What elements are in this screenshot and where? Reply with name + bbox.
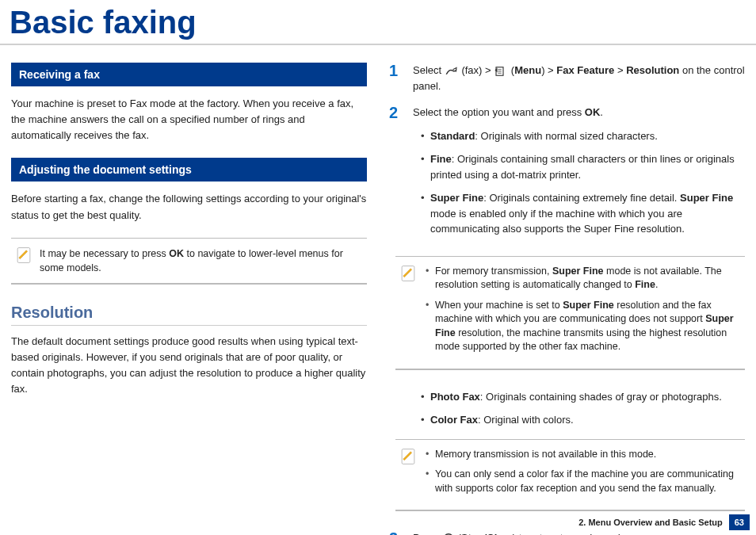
right-column: 1 Select (fax) > (Menu) > Fax Feature > … bbox=[389, 63, 745, 535]
page-title: Basic faxing bbox=[0, 0, 756, 45]
opt-fine-b: Fine bbox=[430, 153, 452, 165]
step2-t1: Select the option you want and press bbox=[413, 106, 585, 118]
subhead-resolution: Resolution bbox=[11, 304, 367, 326]
footer-chapter: 2. Menu Overview and Basic Setup bbox=[578, 518, 723, 527]
step3-tail: ) to return to ready mode. bbox=[513, 532, 629, 535]
n2i1-b2: Fine bbox=[635, 279, 655, 290]
note-colorfax: Memory transmission is not available in … bbox=[395, 439, 745, 512]
note1-bold: OK bbox=[169, 248, 184, 259]
stop-clear-icon bbox=[442, 533, 455, 535]
step-3-number: 3 bbox=[389, 530, 403, 535]
opt-pf-b: Photo Fax bbox=[430, 391, 480, 403]
step-3: 3 Press (Stop/Clear) to return to ready … bbox=[389, 530, 745, 535]
left-column: Receiving a fax Your machine is preset t… bbox=[11, 63, 367, 535]
step3-stopclear: Stop/Clear bbox=[461, 532, 513, 535]
step1-menu: Menu bbox=[514, 64, 541, 76]
opt-sf-r2: mode is enabled only if the machine with… bbox=[430, 208, 685, 235]
note3-item1: Memory transmission is not available in … bbox=[424, 448, 740, 462]
note-pencil-icon bbox=[400, 265, 416, 282]
step2-ok: OK bbox=[585, 106, 601, 118]
option-photo-fax: Photo Fax: Originals containing shades o… bbox=[413, 389, 745, 405]
receiving-fax-text: Your machine is preset to Fax mode at th… bbox=[11, 96, 367, 143]
n2i2-post: resolution, the machine transmits using … bbox=[435, 327, 727, 353]
opt-pf-rest: : Originals containing shades of gray or… bbox=[480, 391, 722, 403]
step-1-number: 1 bbox=[389, 63, 403, 78]
step2-dot: . bbox=[600, 106, 603, 118]
n2i2-pre: When your machine is set to bbox=[435, 300, 563, 311]
heading-adjust-settings: Adjusting the document settings bbox=[11, 158, 367, 182]
step2-options: Standard: Originals with normal sized ch… bbox=[413, 128, 745, 237]
option-fine: Fine: Originals containing small charact… bbox=[413, 151, 745, 182]
note-pencil-icon bbox=[16, 246, 32, 264]
note-press-ok: It may be necessary to press OK to navig… bbox=[11, 238, 367, 285]
resolution-text: The default document settings produce go… bbox=[11, 334, 367, 398]
step1-reso: Resolution bbox=[626, 64, 679, 76]
page-footer: 2. Menu Overview and Basic Setup 63 bbox=[578, 514, 750, 530]
heading-receiving-fax: Receiving a fax bbox=[11, 63, 367, 86]
opt-sf-b: Super Fine bbox=[430, 192, 483, 204]
page-number: 63 bbox=[729, 514, 750, 530]
step-2: 2 Select the option you want and press O… bbox=[389, 105, 745, 245]
fax-icon bbox=[445, 66, 459, 77]
note3-item2: You can only send a color fax if the mac… bbox=[424, 468, 740, 495]
note-superfine: For memory transmission, Super Fine mode… bbox=[395, 256, 745, 370]
note1-pre: It may be necessary to press bbox=[40, 248, 169, 259]
n2i2-b1: Super Fine bbox=[563, 300, 614, 311]
note2-item2: When your machine is set to Super Fine r… bbox=[424, 299, 740, 354]
adjust-settings-text: Before starting a fax, change the follow… bbox=[11, 191, 367, 223]
option-color-fax: Color Fax: Original with colors. bbox=[413, 412, 745, 428]
note2-item1: For memory transmission, Super Fine mode… bbox=[424, 265, 740, 292]
menu-icon bbox=[494, 66, 508, 77]
step1-t1: Select bbox=[413, 64, 445, 76]
step3-t1: Press bbox=[413, 532, 442, 535]
step-1: 1 Select (fax) > (Menu) > Fax Feature > … bbox=[389, 63, 745, 94]
opt-sf-r1: : Originals containing extremely fine de… bbox=[483, 192, 680, 204]
n2i1-post: . bbox=[655, 279, 658, 290]
option-standard: Standard: Originals with normal sized ch… bbox=[413, 128, 745, 144]
step1-gt2: > bbox=[548, 64, 556, 76]
step1-gt1: > bbox=[485, 64, 494, 76]
options-more: Photo Fax: Originals containing shades o… bbox=[413, 389, 745, 428]
step1-gt3: > bbox=[617, 64, 626, 76]
opt-standard-b: Standard bbox=[430, 130, 475, 142]
opt-fine-rest: : Originals containing small characters … bbox=[430, 153, 735, 181]
opt-standard-rest: : Originals with normal sized characters… bbox=[475, 130, 657, 142]
opt-cf-b: Color Fax bbox=[430, 414, 478, 426]
n2i1-b1: Super Fine bbox=[552, 266, 604, 277]
option-super-fine: Super Fine: Originals containing extreme… bbox=[413, 190, 745, 237]
step1-faxfeature: Fax Feature bbox=[556, 64, 614, 76]
step1-fax: (fax) bbox=[461, 64, 482, 76]
opt-cf-rest: : Original with colors. bbox=[478, 414, 574, 426]
opt-sf-b2: Super Fine bbox=[680, 192, 733, 204]
step-2-number: 2 bbox=[389, 105, 403, 120]
content-area: Receiving a fax Your machine is preset t… bbox=[0, 45, 756, 535]
note-pencil-icon bbox=[400, 448, 416, 465]
n2i1-pre: For memory transmission, bbox=[435, 266, 552, 277]
